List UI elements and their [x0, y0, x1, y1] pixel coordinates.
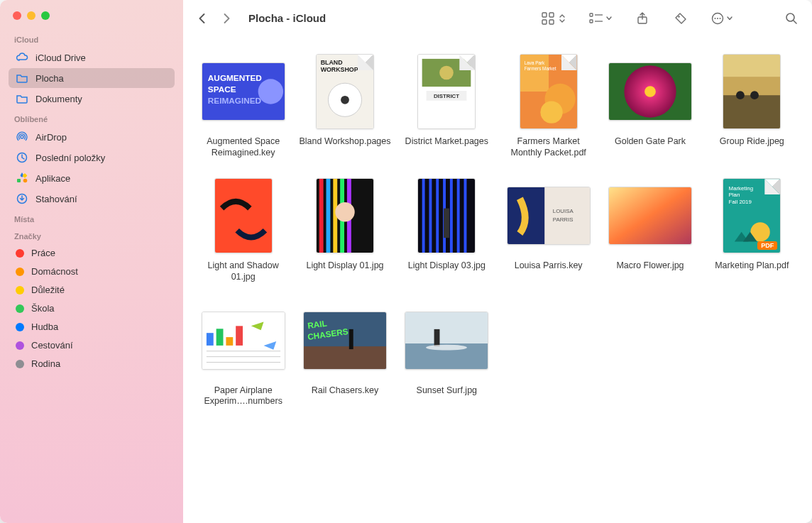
- svg-text:Fall 2019: Fall 2019: [729, 199, 752, 206]
- file-item[interactable]: RAILCHASERSRail Chasers.key: [297, 302, 392, 407]
- file-thumbnail: [608, 187, 692, 245]
- search-icon: [785, 12, 798, 25]
- file-thumbnail: [202, 312, 285, 370]
- ellipsis-circle-icon: [711, 12, 724, 25]
- file-thumbnail-wrap: [608, 177, 693, 255]
- svg-point-17: [715, 18, 716, 19]
- svg-text:Marketing: Marketing: [729, 185, 753, 192]
- group-by-button[interactable]: [586, 9, 615, 28]
- file-item[interactable]: BLANDWORKSHOPBland Workshop.pages: [297, 53, 392, 158]
- file-item[interactable]: Sunset Surf.jpg: [400, 302, 494, 407]
- minimize-window-button[interactable]: [27, 11, 35, 20]
- file-thumbnail-wrap: BLANDWORKSHOP: [302, 53, 388, 131]
- file-name: Farmers Market Monthly Packet.pdf: [501, 136, 596, 158]
- svg-rect-65: [457, 179, 460, 253]
- more-actions-button[interactable]: [708, 9, 735, 28]
- zoom-window-button[interactable]: [41, 11, 50, 20]
- svg-rect-81: [226, 337, 233, 346]
- sidebar-item-škola[interactable]: Škola: [9, 299, 175, 317]
- svg-rect-6: [542, 13, 547, 17]
- download-icon: [16, 192, 28, 205]
- svg-point-15: [678, 16, 679, 17]
- sidebar-item-label: Důležité: [31, 285, 65, 295]
- svg-rect-54: [326, 179, 330, 253]
- file-item[interactable]: Golden Gate Park: [603, 53, 697, 158]
- sidebar-item-důležité[interactable]: Důležité: [9, 281, 175, 299]
- file-thumbnail-wrap: [201, 302, 286, 380]
- sidebar-item-label: Škola: [31, 303, 55, 314]
- file-item[interactable]: Light and Shadow 01.jpg: [196, 177, 290, 282]
- sidebar-item-airdrop[interactable]: AirDrop: [9, 127, 175, 147]
- file-item[interactable]: LOUISAPARRISLouisa Parris.key: [501, 177, 596, 282]
- file-thumbnail: [316, 178, 374, 253]
- file-item[interactable]: Light Display 01.jpg: [297, 177, 392, 282]
- file-name: Light Display 01.jpg: [306, 260, 383, 272]
- file-thumbnail-wrap: [404, 302, 489, 380]
- svg-rect-62: [437, 179, 439, 253]
- file-thumbnail-wrap: [608, 53, 693, 131]
- file-thumbnail-wrap: AUGMENTEDSPACEREIMAGINED: [201, 53, 286, 131]
- svg-point-48: [736, 91, 745, 99]
- svg-rect-47: [723, 95, 780, 128]
- share-button[interactable]: [632, 9, 653, 28]
- svg-text:Lava Park: Lava Park: [524, 60, 544, 65]
- file-thumbnail: [608, 62, 692, 121]
- svg-rect-87: [304, 346, 386, 369]
- sidebar-item-icloud-drive[interactable]: iCloud Drive: [9, 48, 175, 67]
- svg-rect-12: [590, 20, 593, 23]
- svg-point-42: [540, 101, 562, 123]
- file-item[interactable]: Light Display 03.jpg: [400, 177, 494, 282]
- sidebar: iCloudiCloud DrivePlochaDokumentyOblíben…: [0, 0, 183, 523]
- svg-text:DISTRICT: DISTRICT: [434, 93, 459, 99]
- svg-rect-79: [207, 333, 214, 346]
- back-button[interactable]: [193, 9, 212, 28]
- svg-point-20: [786, 13, 794, 21]
- file-item[interactable]: MarketingPlanFall 2019PDFMarketing Plan.…: [705, 177, 799, 282]
- file-item[interactable]: Lava ParkFarmers MarketFarmers Market Mo…: [501, 53, 596, 158]
- search-button[interactable]: [781, 9, 802, 28]
- svg-point-19: [720, 18, 721, 19]
- sidebar-item-label: Stahování: [35, 194, 77, 204]
- svg-rect-61: [429, 179, 432, 253]
- svg-rect-53: [319, 179, 324, 253]
- forward-button[interactable]: [217, 9, 236, 28]
- file-item[interactable]: AUGMENTEDSPACEREIMAGINEDAugmented Space …: [196, 53, 290, 158]
- svg-rect-9: [549, 20, 554, 24]
- svg-rect-80: [216, 329, 223, 346]
- svg-point-45: [644, 86, 656, 97]
- file-name: Rail Chasers.key: [312, 385, 378, 397]
- sidebar-item-domácnost[interactable]: Domácnost: [9, 263, 175, 280]
- svg-rect-78: [202, 312, 285, 369]
- sidebar-item-hudba[interactable]: Hudba: [9, 318, 175, 336]
- file-item[interactable]: DISTRICTDistrict Market.pages: [400, 53, 494, 158]
- sidebar-section-label: iCloud: [7, 30, 176, 47]
- chevron-right-icon: [222, 13, 231, 23]
- share-icon: [637, 12, 648, 25]
- svg-rect-93: [434, 329, 440, 346]
- sidebar-item-aplikace[interactable]: Aplikace: [9, 168, 175, 188]
- tags-button[interactable]: [670, 9, 691, 28]
- svg-rect-51: [215, 179, 272, 253]
- view-mode-button[interactable]: [538, 9, 569, 28]
- file-name: Marketing Plan.pdf: [715, 260, 789, 272]
- sidebar-item-label: Cestování: [31, 340, 73, 351]
- sidebar-item-stahování[interactable]: Stahování: [9, 189, 175, 209]
- file-item[interactable]: Paper Airplane Experim….numbers: [196, 302, 290, 407]
- file-item[interactable]: Macro Flower.jpg: [603, 177, 697, 282]
- chevron-down-icon: [727, 16, 733, 21]
- sidebar-item-label: Práce: [31, 248, 55, 258]
- sidebar-item-cestování[interactable]: Cestování: [9, 336, 175, 354]
- file-thumbnail-wrap: MarketingPlanFall 2019PDF: [709, 177, 794, 255]
- sidebar-item-plocha[interactable]: Plocha: [9, 68, 175, 88]
- sidebar-item-práce[interactable]: Práce: [9, 244, 175, 262]
- sidebar-item-poslední-položky[interactable]: Poslední položky: [9, 148, 175, 167]
- close-window-button[interactable]: [13, 11, 21, 20]
- sidebar-item-dokumenty[interactable]: Dokumenty: [9, 89, 175, 109]
- content-area[interactable]: AUGMENTEDSPACEREIMAGINEDAugmented Space …: [183, 37, 812, 523]
- sidebar-item-rodina[interactable]: Rodina: [9, 355, 175, 373]
- file-item[interactable]: Group Ride.jpeg: [705, 53, 799, 158]
- file-name: Golden Gate Park: [615, 136, 686, 148]
- svg-rect-2: [17, 179, 21, 182]
- sidebar-item-label: iCloud Drive: [35, 53, 86, 63]
- sidebar-section-label: Místa: [7, 209, 176, 226]
